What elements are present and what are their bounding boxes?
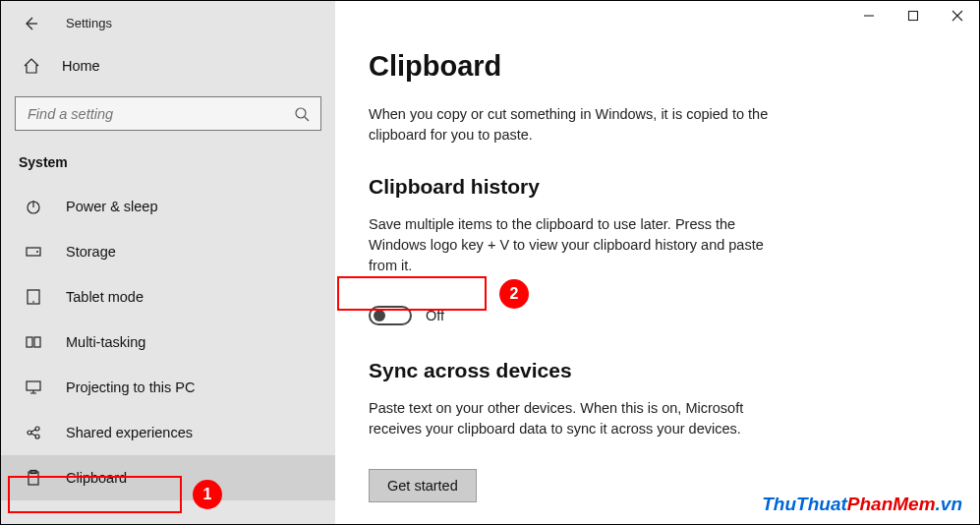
intro-text: When you copy or cut something in Window… <box>369 104 781 146</box>
search-icon <box>294 106 310 122</box>
storage-icon <box>23 243 44 261</box>
settings-window: Settings Home System Power & sleep <box>0 0 980 525</box>
svg-point-10 <box>35 435 39 438</box>
svg-rect-6 <box>34 337 40 347</box>
watermark-part1: ThuThuat <box>762 494 847 514</box>
sidebar-item-label: Projecting to this PC <box>66 379 195 395</box>
svg-point-8 <box>28 431 31 435</box>
svg-point-0 <box>296 108 306 118</box>
sidebar-home[interactable]: Home <box>1 45 335 87</box>
sidebar-item-label: Power & sleep <box>66 199 158 214</box>
watermark-part2: PhanMem <box>847 494 936 514</box>
window-title: Settings <box>66 16 112 30</box>
sidebar-item-label: Shared experiences <box>66 425 193 440</box>
maximize-button[interactable] <box>891 1 935 30</box>
sidebar-item-clipboard[interactable]: Clipboard <box>1 455 335 500</box>
power-icon <box>23 198 44 215</box>
annotation-badge-2: 2 <box>499 279 529 309</box>
search-input[interactable] <box>15 96 321 131</box>
sidebar-item-label: Multi-tasking <box>66 334 145 350</box>
sidebar-item-label: Clipboard <box>66 470 127 486</box>
svg-rect-7 <box>27 381 40 390</box>
history-heading: Clipboard history <box>369 175 946 199</box>
content-area: Clipboard When you copy or cut something… <box>335 1 979 524</box>
titlebar: Settings <box>1 1 335 45</box>
home-icon <box>23 57 40 75</box>
sidebar-item-power-sleep[interactable]: Power & sleep <box>1 184 335 229</box>
sidebar-home-label: Home <box>62 58 100 74</box>
sidebar-item-label: Tablet mode <box>66 289 144 305</box>
sidebar-item-multitasking[interactable]: Multi-tasking <box>1 320 335 365</box>
svg-rect-13 <box>908 12 917 21</box>
sidebar-category: System <box>1 148 335 184</box>
history-toggle-label: Off <box>426 308 444 323</box>
annotation-badge-1: 1 <box>193 480 222 509</box>
clipboard-icon <box>23 469 44 487</box>
sidebar-item-shared-experiences[interactable]: Shared experiences <box>1 410 335 455</box>
shared-icon <box>23 424 44 441</box>
sidebar: Settings Home System Power & sleep <box>1 1 335 524</box>
projecting-icon <box>23 379 44 396</box>
search-wrap <box>15 96 321 131</box>
page-title: Clipboard <box>369 50 946 83</box>
minimize-button[interactable] <box>846 1 891 30</box>
sidebar-item-storage[interactable]: Storage <box>1 229 335 274</box>
sidebar-item-tablet-mode[interactable]: Tablet mode <box>1 274 335 320</box>
close-button[interactable] <box>935 1 979 30</box>
tablet-icon <box>23 288 44 306</box>
watermark: ThuThuatPhanMem.vn <box>762 494 962 515</box>
history-toggle[interactable] <box>369 306 412 325</box>
sync-desc: Paste text on your other devices. When t… <box>369 398 781 439</box>
history-toggle-row: Off <box>369 306 946 325</box>
window-controls <box>846 1 979 30</box>
back-icon[interactable] <box>23 16 38 31</box>
watermark-part3: .vn <box>936 494 962 514</box>
svg-point-3 <box>36 251 38 253</box>
sidebar-item-projecting[interactable]: Projecting to this PC <box>1 365 335 410</box>
history-desc: Save multiple items to the clipboard to … <box>369 214 781 276</box>
svg-point-9 <box>35 427 39 431</box>
get-started-button[interactable]: Get started <box>369 469 477 502</box>
multitasking-icon <box>23 333 44 351</box>
sync-heading: Sync across devices <box>369 359 946 382</box>
sidebar-item-label: Storage <box>66 244 116 260</box>
svg-rect-5 <box>27 337 32 347</box>
toggle-knob <box>374 310 385 321</box>
